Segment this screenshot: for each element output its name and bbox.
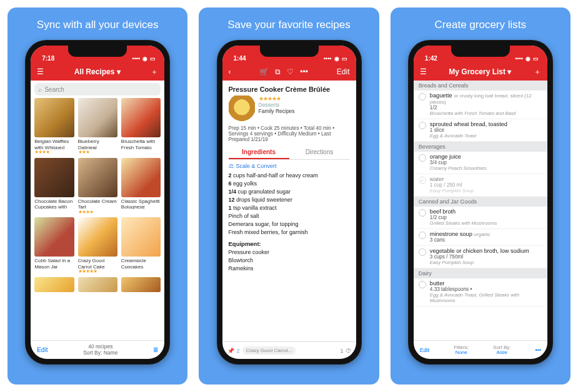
nav-title[interactable]: All Recipes ▾	[74, 67, 121, 76]
more-icon[interactable]: •••	[535, 347, 541, 353]
recipe-thumb	[121, 158, 161, 197]
add-icon[interactable]: ＋	[534, 67, 541, 77]
item-title: butter	[430, 280, 542, 287]
heart-icon[interactable]: ♡	[287, 67, 294, 76]
sort-button[interactable]: Sort By: Aisle	[493, 345, 511, 355]
item-qty: 1 cup / 250 ml	[430, 182, 474, 188]
recipe-card[interactable]: Bruschetta with Fresh Tomato an...	[121, 98, 161, 155]
wifi-icon: ◉	[526, 56, 531, 62]
bottom-toolbar: 📌 2 Crazy Good Carrot... 1 ⏱	[222, 341, 356, 359]
recipe-name: Creamsicle Cupcakes	[121, 258, 161, 268]
recipe-card[interactable]: Creamsicle Cupcakes	[121, 217, 161, 275]
recipe-photo[interactable]	[229, 96, 255, 122]
recipe-category[interactable]: Desserts	[259, 102, 350, 108]
more-icon[interactable]: •••	[300, 67, 308, 76]
recipe-card[interactable]: Belgian Waffles with Whipped Cr... ★★★★	[34, 98, 74, 155]
tab-ingredients[interactable]: Ingredients	[229, 146, 289, 159]
edit-button[interactable]: Edit	[37, 346, 47, 353]
rating-stars: ★★★★	[78, 209, 93, 215]
prev-recipe-pill[interactable]: Crazy Good Carrot...	[242, 346, 296, 355]
ingredient-row[interactable]: 1 tsp vanilla extract	[229, 205, 350, 211]
filter-button[interactable]: Filters: None	[454, 345, 469, 355]
ingredient-row[interactable]: 1/4 cup granulated sugar	[229, 189, 350, 195]
checkbox-icon[interactable]	[419, 248, 426, 256]
item-title: water	[430, 176, 474, 182]
ingredient-row[interactable]: 6 egg yolks	[229, 180, 350, 187]
recipe-card[interactable]: Chocolate Bacon Cupcakes with M...	[34, 158, 74, 215]
checkbox-icon[interactable]: ✓	[419, 177, 426, 184]
tab-directions[interactable]: Directions	[289, 146, 350, 159]
recipe-thumb	[34, 98, 74, 137]
recipe-tabs: Ingredients Directions	[229, 146, 350, 160]
equipment-list: Pressure cookerBlowtorchRamekins	[229, 249, 350, 272]
checkbox-icon[interactable]	[419, 93, 426, 100]
section-header: Beverages	[414, 142, 547, 152]
view-icon[interactable]: ≣	[153, 346, 158, 353]
recipe-card[interactable]	[78, 277, 117, 293]
search-placeholder: Search	[44, 86, 64, 93]
recipe-name: Crazy Good Carrot Cake	[78, 258, 117, 268]
timer-icon[interactable]: ⏱	[346, 348, 351, 354]
grocery-item[interactable]: vegetable or chicken broth, low sodium 3…	[414, 246, 547, 268]
checkbox-icon[interactable]	[419, 122, 426, 129]
ingredient-row[interactable]: Fresh mixed berries, for garnish	[229, 229, 350, 235]
item-qty: 3/4 cup	[430, 160, 487, 165]
rating-stars[interactable]: ★★★★★	[259, 96, 350, 102]
item-title: minestrone soup organic	[430, 231, 491, 237]
grocery-item[interactable]: baguette or crusty long loaf bread, slic…	[414, 91, 547, 119]
recipe-card[interactable]: Blueberry Oatmeal ★★★	[78, 98, 117, 155]
edit-button[interactable]: Edit	[420, 347, 430, 353]
ingredient-row[interactable]: 2 cups half-and-half or heavy cream	[229, 172, 350, 179]
add-icon[interactable]: ＋	[151, 67, 158, 77]
grocery-item[interactable]: butter 4.33 tablespoons • Egg & Avocado …	[414, 278, 547, 306]
ingredient-row[interactable]: Demerara sugar, for topping	[229, 221, 350, 227]
cart-icon[interactable]: 🛒	[259, 67, 269, 76]
panel-grocery: Create grocery lists 1:42 •••• ◉ ▭ ☰ My …	[391, 7, 571, 385]
equipment-heading: Equipment:	[229, 240, 350, 247]
checkbox-icon[interactable]	[419, 232, 426, 239]
recipe-name: Belgian Waffles with Whipped Cr...	[34, 139, 74, 149]
grocery-item[interactable]: ✓ water 1 cup / 250 ml Easy Pumpkin Soup	[414, 174, 547, 197]
item-recipe: Egg & Avocado Toast, Grilled Steaks with…	[430, 292, 542, 303]
ingredient-row[interactable]: 12 drops liquid sweetener	[229, 197, 350, 203]
recipe-card[interactable]	[121, 277, 161, 293]
grocery-item[interactable]: sprouted wheat bread, toasted 1 slice Eg…	[414, 119, 547, 142]
pin-icon[interactable]: 📌	[227, 348, 234, 354]
rating-stars: ★★★	[78, 149, 89, 155]
grocery-item[interactable]: beef broth 1/2 cup Grilled Steaks with M…	[414, 207, 547, 229]
checkbox-icon[interactable]	[419, 281, 426, 288]
search-input[interactable]: ⌕ Search	[34, 83, 161, 96]
item-qty: 1/2 cup	[430, 215, 497, 220]
grocery-item[interactable]: minestrone soup organic 3 cans	[414, 229, 547, 246]
item-recipe: Easy Pumpkin Soup	[430, 188, 474, 194]
ingredient-row[interactable]: Pinch of salt	[229, 213, 350, 219]
menu-icon[interactable]: ☰	[37, 67, 44, 76]
bottom-toolbar: Edit Filters: None Sort By: Aisle •••	[414, 340, 547, 359]
recipe-name: Chocolate Bacon Cupcakes with M...	[34, 198, 74, 209]
toolbar-center: 40 recipes Sort By: Name	[83, 344, 117, 356]
recipe-card[interactable]: Crazy Good Carrot Cake ★★★★★	[78, 217, 117, 275]
scale-convert-button[interactable]: ⚖ Scale & Convert	[229, 163, 350, 169]
panel-title: Sync with all your devices	[37, 19, 159, 31]
checkbox-icon[interactable]	[419, 154, 426, 162]
section-header: Breads and Cereals	[414, 81, 547, 91]
checkbox-icon[interactable]	[419, 209, 426, 217]
calendar-add-icon[interactable]: ⧉	[275, 67, 281, 76]
item-title: orange juice	[430, 154, 487, 160]
menu-icon[interactable]: ☰	[420, 67, 427, 76]
nav-title[interactable]: My Grocery List ▾	[449, 67, 511, 76]
recipe-card[interactable]: Chocolate Cream Tart ★★★★	[78, 158, 117, 215]
recipe-card[interactable]	[34, 277, 74, 293]
scale-icon: ⚖	[229, 163, 234, 169]
edit-button[interactable]: Edit	[337, 67, 350, 76]
recipe-thumb	[34, 217, 74, 257]
recipe-thumb	[78, 158, 117, 197]
recipe-card[interactable]: Cobb Salad in a Mason Jar	[34, 217, 74, 275]
sort-label[interactable]: Sort By: Name	[83, 350, 117, 356]
recipe-card[interactable]: Classic Spaghetti Bolognese	[121, 158, 161, 215]
recipe-thumb	[121, 98, 161, 137]
recipe-title: Pressure Cooker Crème Brûlée	[229, 86, 350, 93]
back-icon[interactable]: ‹	[229, 67, 231, 76]
rating-stars: ★★★★	[34, 149, 49, 155]
grocery-item[interactable]: orange juice 3/4 cup Creamy Peach Smooth…	[414, 152, 547, 174]
